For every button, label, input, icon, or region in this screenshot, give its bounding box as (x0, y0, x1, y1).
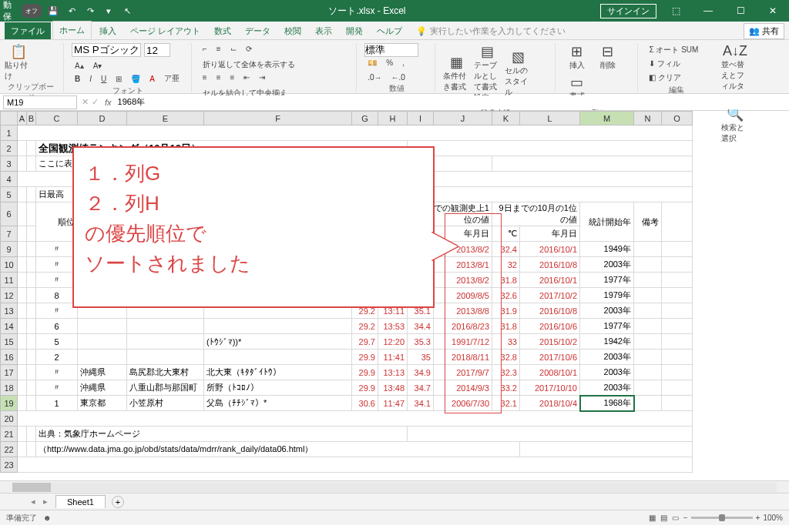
insert-cells-button[interactable]: ⊞挿入 (563, 43, 591, 71)
zoom-in-icon[interactable]: + (756, 514, 760, 522)
select-all[interactable] (1, 112, 18, 125)
row-header[interactable]: 22 (1, 442, 18, 457)
row-header[interactable]: 9 (1, 242, 18, 257)
new-sheet-button[interactable]: + (112, 496, 124, 508)
row-header[interactable]: 10 (1, 257, 18, 273)
row-header[interactable]: 11 (1, 273, 18, 288)
row-header[interactable]: 4 (1, 172, 18, 187)
decrease-font-icon[interactable]: A▾ (90, 60, 106, 72)
col-header[interactable]: F (204, 112, 352, 125)
col-header[interactable]: M (580, 112, 634, 125)
table-format-button[interactable]: ▤テーブルとして書式設定 (474, 43, 502, 103)
fx-enter-icon[interactable]: ✓ (92, 97, 99, 107)
increase-font-icon[interactable]: A▴ (72, 60, 87, 72)
tab-view[interactable]: 表示 (309, 22, 338, 39)
col-header[interactable]: J (434, 112, 492, 125)
col-header[interactable]: L (520, 112, 580, 125)
clear-button[interactable]: ◧ クリア (646, 71, 684, 85)
tab-formulas[interactable]: 数式 (208, 22, 237, 39)
wrap-text-button[interactable]: 折り返して全体を表示する (200, 58, 298, 72)
delete-cells-button[interactable]: ⊟削除 (594, 43, 622, 71)
formula-input[interactable] (118, 95, 789, 109)
col-header[interactable]: C (36, 112, 78, 125)
table-row[interactable]: 16229.911:41352018/8/1132.82017/10/62003… (1, 350, 693, 365)
align-mid-icon[interactable]: ≡ (213, 43, 224, 55)
col-header[interactable]: H (378, 112, 408, 125)
row-header[interactable]: 23 (1, 457, 18, 473)
align-bot-icon[interactable]: ⌙ (227, 43, 240, 55)
row-header[interactable]: 12 (1, 288, 18, 303)
zoom-value[interactable]: 100% (763, 514, 783, 522)
close-button[interactable]: ✕ (760, 2, 786, 20)
row-header[interactable]: 15 (1, 334, 18, 350)
tab-insert[interactable]: 挿入 (93, 22, 123, 39)
name-box[interactable] (3, 95, 77, 109)
underline-button[interactable]: U (98, 73, 109, 85)
col-header[interactable]: K (492, 112, 520, 125)
align-center-icon[interactable]: ≡ (213, 72, 224, 83)
row-header[interactable]: 21 (1, 427, 18, 442)
table-row[interactable]: 18〃沖縄県八重山郡与那国町所野（ﾄｺﾛﾉ）29.913:4834.72014/… (1, 380, 693, 396)
row-header[interactable]: 5 (1, 187, 18, 202)
bold-button[interactable]: B (72, 73, 83, 85)
border-button[interactable]: ⊞ (112, 73, 125, 85)
redo-icon[interactable]: ↷ (83, 4, 97, 18)
zoom-out-icon[interactable]: − (683, 514, 688, 522)
qat-more-icon[interactable]: ▾ (102, 4, 116, 18)
col-header[interactable]: E (127, 112, 204, 125)
tab-dev[interactable]: 開発 (340, 22, 369, 39)
row-header[interactable]: 16 (1, 350, 18, 365)
font-size-select[interactable] (144, 43, 170, 57)
sheet-nav-next-icon[interactable]: ▸ (43, 497, 48, 507)
col-header[interactable]: O (662, 112, 693, 125)
table-row[interactable]: 17〃沖縄県島尻郡北大東村北大東（ｷﾀﾀﾞｲﾄｳ）29.913:1334.920… (1, 365, 693, 380)
indent-inc-icon[interactable]: ⇥ (256, 72, 268, 83)
row-header[interactable]: 14 (1, 319, 18, 334)
table-row[interactable]: 191東京都小笠原村父島（ﾁﾁｼﾞﾏ）*30.611:4734.12006/7/… (1, 396, 693, 411)
row-header[interactable]: 13 (1, 303, 18, 319)
sort-filter-button[interactable]: A↓Z並べ替えとフィルター (721, 43, 749, 102)
percent-icon[interactable]: % (383, 57, 396, 69)
table-row[interactable]: 155(ﾄｳｼﾞﾏ))*29.712:2035.31991/7/12332015… (1, 334, 693, 350)
currency-icon[interactable]: 💴 (364, 57, 380, 69)
indent-dec-icon[interactable]: ⇤ (240, 72, 253, 83)
tab-layout[interactable]: ページ レイアウト (124, 22, 206, 39)
view-normal-icon[interactable]: ▦ (649, 514, 656, 522)
share-button[interactable]: 👥 共有 (744, 23, 784, 39)
col-header[interactable]: I (408, 112, 434, 125)
inc-dec-icon[interactable]: .0→ (364, 72, 384, 83)
font-color-button[interactable]: A (146, 73, 158, 85)
italic-button[interactable]: I (86, 73, 95, 85)
font-select[interactable] (72, 43, 141, 57)
align-left-icon[interactable]: ≡ (200, 72, 210, 83)
orientation-icon[interactable]: ⟳ (243, 43, 255, 55)
phonetic-button[interactable]: ア亜 (161, 72, 183, 85)
align-top-icon[interactable]: ⌐ (200, 43, 210, 55)
col-header[interactable]: G (352, 112, 378, 125)
autosave-toggle[interactable]: オフ (22, 4, 42, 18)
row-header[interactable]: 19 (1, 396, 18, 411)
sheet-tab[interactable]: Sheet1 (55, 495, 106, 508)
tab-file[interactable]: ファイル (5, 22, 51, 39)
row-header[interactable]: 20 (1, 411, 18, 427)
col-header[interactable]: A (18, 112, 27, 125)
row-header[interactable]: 1 (1, 125, 18, 141)
tell-me[interactable]: 💡実行したい作業を入力してください (410, 22, 572, 39)
view-layout-icon[interactable]: ▤ (660, 514, 667, 522)
tab-help[interactable]: ヘルプ (371, 22, 408, 39)
number-format-select[interactable] (364, 43, 418, 57)
row-header[interactable]: 18 (1, 380, 18, 396)
pointer-icon[interactable]: ↖ (120, 4, 134, 18)
zoom-slider[interactable] (691, 517, 753, 519)
fill-color-button[interactable]: 🪣 (128, 73, 143, 85)
minimize-button[interactable]: — (695, 2, 721, 20)
paste-button[interactable]: 📋貼り付け (5, 43, 32, 82)
col-header[interactable]: D (78, 112, 127, 125)
table-row[interactable]: 14629.213:5334.42016/8/2331.82016/10/619… (1, 319, 693, 334)
sheet-nav-prev-icon[interactable]: ◂ (31, 497, 35, 507)
row-header[interactable]: 6 (1, 202, 18, 226)
col-header[interactable]: B (27, 112, 36, 125)
row-header[interactable]: 2 (1, 141, 18, 156)
h-scrollbar[interactable] (0, 480, 789, 493)
row-header[interactable]: 7 (1, 226, 18, 242)
